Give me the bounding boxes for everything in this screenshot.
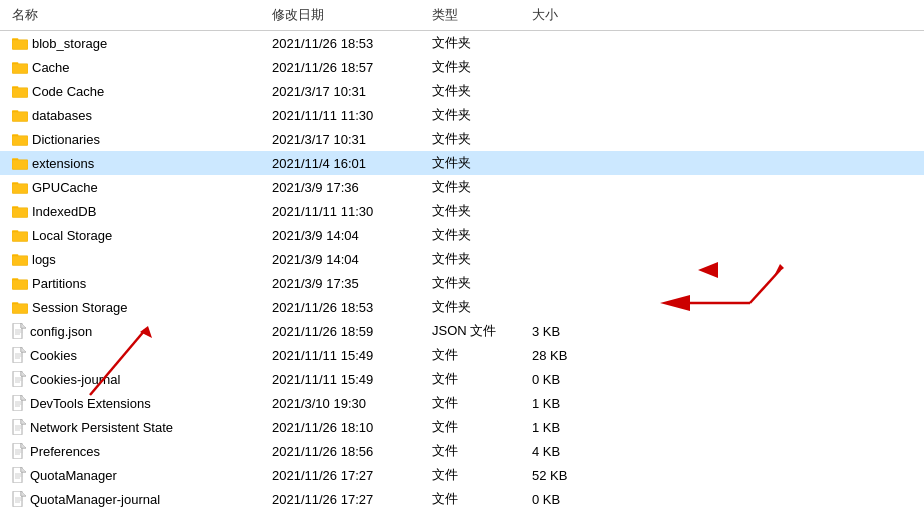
svg-marker-79 [21,467,26,472]
col-size: 3 KB [528,323,608,340]
file-name: blob_storage [32,36,107,51]
file-name: Dictionaries [32,132,100,147]
col-size [528,114,608,116]
col-name: Cache [8,59,268,76]
file-name: Network Persistent State [30,420,173,435]
file-name: Preferences [30,444,100,459]
svg-marker-54 [21,347,26,352]
file-name: QuotaManager [30,468,117,483]
svg-marker-64 [21,395,26,400]
file-row[interactable]: Cookies-journal 2021/11/11 15:49 文件 0 KB [0,367,924,391]
col-size [528,234,608,236]
col-type: 文件夹 [428,297,528,317]
file-row[interactable]: Code Cache 2021/3/17 10:31 文件夹 [0,79,924,103]
col-date: 2021/11/26 18:10 [268,419,428,436]
svg-rect-10 [12,88,28,98]
file-row[interactable]: QuotaManager 2021/11/26 17:27 文件 52 KB [0,463,924,487]
folder-icon [12,156,28,170]
svg-marker-69 [21,419,26,424]
file-name: databases [32,108,92,123]
file-row[interactable]: extensions 2021/11/4 16:01 文件夹 [0,151,924,175]
svg-rect-6 [12,64,28,74]
col-size: 52 KB [528,467,608,484]
file-name: extensions [32,156,94,171]
col-type: 文件夹 [428,249,528,269]
col-type: 文件夹 [428,105,528,125]
col-type: 文件 [428,345,528,365]
file-row[interactable]: Local Storage 2021/3/9 14:04 文件夹 [0,223,924,247]
col-date: 2021/11/26 18:57 [268,59,428,76]
col-name: QuotaManager [8,466,268,484]
file-name: logs [32,252,56,267]
col-date: 2021/11/26 18:53 [268,299,428,316]
col-name: logs [8,251,268,268]
svg-marker-49 [21,323,26,328]
col-name: GPUCache [8,179,268,196]
col-size: 0 KB [528,491,608,508]
file-row[interactable]: Network Persistent State 2021/11/26 18:1… [0,415,924,439]
col-type: 文件夹 [428,201,528,221]
folder-icon [12,108,28,122]
col-size: 0 KB [528,371,608,388]
col-date: 2021/11/11 11:30 [268,203,428,220]
file-name: config.json [30,324,92,339]
svg-rect-46 [12,304,28,314]
folder-icon [12,228,28,242]
col-size [528,282,608,284]
svg-rect-34 [12,232,28,242]
file-name: DevTools Extensions [30,396,151,411]
col-date: 2021/3/17 10:31 [268,131,428,148]
file-row[interactable]: QuotaManager-journal 2021/11/26 17:27 文件… [0,487,924,511]
col-name-header[interactable]: 名称 [8,4,268,26]
col-type: 文件夹 [428,177,528,197]
file-row[interactable]: IndexedDB 2021/11/11 11:30 文件夹 [0,199,924,223]
col-size-header[interactable]: 大小 [528,4,608,26]
svg-rect-18 [12,136,28,146]
file-row[interactable]: databases 2021/11/11 11:30 文件夹 [0,103,924,127]
col-size: 4 KB [528,443,608,460]
col-name: blob_storage [8,35,268,52]
file-row[interactable]: DevTools Extensions 2021/3/10 19:30 文件 1… [0,391,924,415]
file-icon [12,395,26,411]
col-type: 文件夹 [428,273,528,293]
col-size [528,90,608,92]
col-size [528,162,608,164]
file-name: Session Storage [32,300,127,315]
file-name: QuotaManager-journal [30,492,160,507]
folder-icon [12,252,28,266]
col-date-header[interactable]: 修改日期 [268,4,428,26]
file-row[interactable]: Preferences 2021/11/26 18:56 文件 4 KB [0,439,924,463]
file-row[interactable]: GPUCache 2021/3/9 17:36 文件夹 [0,175,924,199]
file-name: Code Cache [32,84,104,99]
col-date: 2021/11/11 11:30 [268,107,428,124]
col-date: 2021/11/11 15:49 [268,347,428,364]
col-name: Cookies-journal [8,370,268,388]
svg-rect-26 [12,184,28,194]
file-row[interactable]: config.json 2021/11/26 18:59 JSON 文件 3 K… [0,319,924,343]
file-icon [12,443,26,459]
svg-rect-38 [12,256,28,266]
col-name: DevTools Extensions [8,394,268,412]
folder-icon [12,132,28,146]
col-date: 2021/11/26 18:53 [268,35,428,52]
file-row[interactable]: Partitions 2021/3/9 17:35 文件夹 [0,271,924,295]
col-name: Preferences [8,442,268,460]
file-row[interactable]: Cookies 2021/11/11 15:49 文件 28 KB [0,343,924,367]
col-type-header[interactable]: 类型 [428,4,528,26]
col-name: Local Storage [8,227,268,244]
file-row[interactable]: Dictionaries 2021/3/17 10:31 文件夹 [0,127,924,151]
file-row[interactable]: Cache 2021/11/26 18:57 文件夹 [0,55,924,79]
svg-marker-74 [21,443,26,448]
file-icon [12,323,26,339]
file-row[interactable]: blob_storage 2021/11/26 18:53 文件夹 [0,31,924,55]
col-date: 2021/3/10 19:30 [268,395,428,412]
file-icon [12,419,26,435]
col-date: 2021/11/26 17:27 [268,491,428,508]
col-date: 2021/3/9 17:36 [268,179,428,196]
file-row[interactable]: logs 2021/3/9 14:04 文件夹 [0,247,924,271]
col-size [528,306,608,308]
svg-marker-59 [21,371,26,376]
file-name: Partitions [32,276,86,291]
file-row[interactable]: Session Storage 2021/11/26 18:53 文件夹 [0,295,924,319]
col-date: 2021/11/4 16:01 [268,155,428,172]
